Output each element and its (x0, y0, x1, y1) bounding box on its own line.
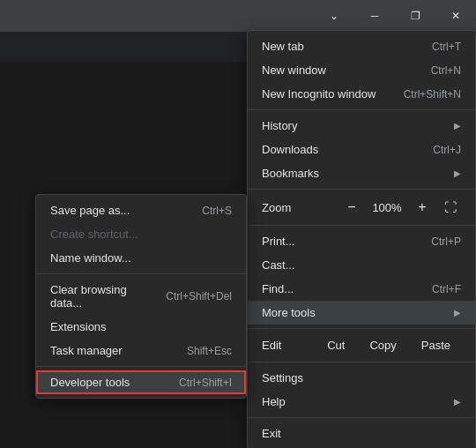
sub-menu-save-page[interactable]: Save page as... Ctrl+S (36, 198, 246, 222)
separator-4 (248, 328, 475, 329)
paste-btn[interactable]: Paste (411, 336, 461, 355)
sub-menu-name-window[interactable]: Name window... (36, 246, 246, 270)
menu-item-print[interactable]: Print... Ctrl+P (248, 229, 475, 253)
separator-1 (248, 109, 475, 110)
minimize-icon: ─ (371, 10, 379, 22)
chevron-btn[interactable]: ⌄ (314, 0, 354, 32)
menu-item-settings[interactable]: Settings (248, 366, 475, 390)
sub-menu-developer-tools[interactable]: Developer tools Ctrl+Shift+I (36, 370, 246, 394)
edit-actions: Cut Copy Paste (316, 336, 461, 355)
zoom-minus-btn[interactable]: − (341, 197, 362, 218)
cut-btn[interactable]: Cut (316, 336, 355, 355)
zoom-fullscreen-btn[interactable]: ⛶ (440, 197, 461, 218)
minimize-btn[interactable]: ─ (354, 0, 395, 32)
zoom-row[interactable]: Zoom − 100% + ⛶ (248, 193, 475, 221)
restore-icon: ❐ (411, 10, 420, 22)
title-bar-buttons: ⌄ ─ ❐ ✕ (314, 0, 476, 32)
menu-item-history[interactable]: History ▶ (248, 114, 475, 138)
menu-item-help[interactable]: Help ▶ (248, 390, 475, 414)
chevron-icon: ⌄ (330, 10, 338, 22)
menu-item-downloads[interactable]: Downloads Ctrl+J (248, 138, 475, 161)
zoom-plus-btn[interactable]: + (412, 197, 433, 218)
sub-separator-1 (36, 273, 246, 274)
sub-separator-2 (36, 366, 246, 367)
edit-row: Edit Cut Copy Paste (248, 332, 475, 358)
menu-item-new-tab[interactable]: New tab Ctrl+T (248, 34, 475, 58)
title-bar: ⌄ ─ ❐ ✕ (0, 0, 476, 32)
menu-item-new-incognito[interactable]: New Incognito window Ctrl+Shift+N (248, 82, 475, 106)
separator-3 (248, 225, 475, 226)
sub-menu-create-shortcut[interactable]: Create shortcut... (36, 222, 246, 246)
restore-btn[interactable]: ❐ (395, 0, 435, 32)
chrome-menu: New tab Ctrl+T New window Ctrl+N New Inc… (247, 30, 476, 448)
menu-item-bookmarks[interactable]: Bookmarks ▶ (248, 161, 475, 185)
menu-item-more-tools[interactable]: More tools ▶ (248, 301, 475, 325)
more-tools-submenu: Save page as... Ctrl+S Create shortcut..… (35, 194, 247, 399)
menu-item-find[interactable]: Find... Ctrl+F (248, 277, 475, 301)
separator-2 (248, 189, 475, 190)
separator-6 (248, 417, 475, 418)
close-btn[interactable]: ✕ (435, 0, 476, 32)
copy-btn[interactable]: Copy (359, 336, 406, 355)
close-icon: ✕ (451, 10, 460, 22)
sub-menu-clear-browsing[interactable]: Clear browsing data... Ctrl+Shift+Del (36, 278, 246, 315)
sub-menu-extensions[interactable]: Extensions (36, 315, 246, 339)
zoom-controls: − 100% + ⛶ (341, 197, 461, 218)
zoom-value: 100% (369, 201, 405, 214)
sub-menu-task-manager[interactable]: Task manager Shift+Esc (36, 339, 246, 362)
menu-item-cast[interactable]: Cast... (248, 253, 475, 277)
menu-item-new-window[interactable]: New window Ctrl+N (248, 58, 475, 82)
separator-5 (248, 362, 475, 362)
menu-item-exit[interactable]: Exit (248, 422, 475, 445)
